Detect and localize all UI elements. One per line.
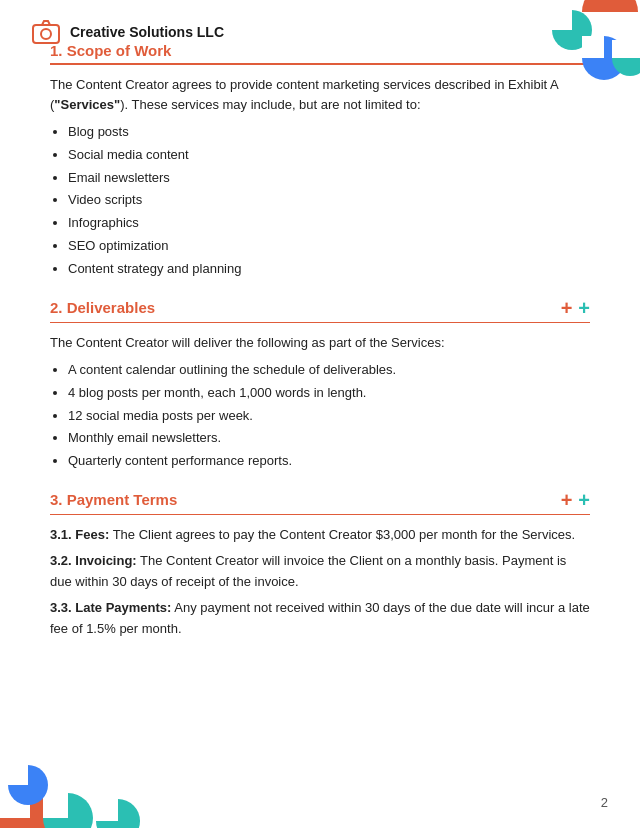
list-item: Monthly email newsletters. [68, 428, 590, 449]
svg-rect-15 [8, 765, 28, 785]
svg-rect-3 [552, 10, 572, 30]
list-item: Infographics [68, 213, 590, 234]
payment-subsection-2: 3.2. Invoicing: The Content Creator will… [50, 551, 590, 593]
bottom-left-decoration [0, 733, 170, 828]
section-payment-plus-icons: + + [561, 490, 590, 510]
list-item: Video scripts [68, 190, 590, 211]
company-name: Creative Solutions LLC [70, 24, 224, 40]
page: Creative Solutions LLC 1. + + 1. Scope o… [0, 0, 640, 828]
list-item: 4 blog posts per month, each 1,000 words… [68, 383, 590, 404]
payment-subsection-3: 3.3. Late Payments: Any payment not rece… [50, 598, 590, 640]
payment-text-1: The Client agrees to pay the Content Cre… [109, 527, 575, 542]
list-item: SEO optimization [68, 236, 590, 257]
deliverables-list: A content calendar outlining the schedul… [50, 360, 590, 472]
list-item: Content strategy and planning [68, 259, 590, 280]
section-deliverables-plus-icons: + + [561, 298, 590, 318]
scope-bold-services: "Services" [54, 97, 120, 112]
section-payment-divider [50, 514, 590, 516]
plus-teal-icon-2: + [578, 298, 590, 318]
list-item: Email newsletters [68, 168, 590, 189]
content-area: 1. + + 1. Scope of Work The Content Crea… [0, 56, 640, 665]
svg-point-9 [41, 29, 51, 39]
section-deliverables: 2. Deliverables + + The Content Creator … [50, 298, 590, 472]
section-deliverables-header: 2. Deliverables + + [50, 298, 590, 318]
plus-teal-icon-3: + [578, 490, 590, 510]
svg-rect-13 [43, 793, 68, 818]
list-item: 12 social media posts per week. [68, 406, 590, 427]
plus-red-icon-3: + [561, 490, 573, 510]
svg-rect-8 [33, 25, 59, 43]
svg-rect-17 [96, 799, 118, 821]
section-deliverables-title: 2. Deliverables [50, 299, 155, 316]
page-number: 2 [601, 795, 608, 810]
scope-list: Blog posts Social media content Email ne… [50, 122, 590, 280]
scope-intro-text: The Content Creator agrees to provide co… [50, 77, 558, 113]
list-item: Social media content [68, 145, 590, 166]
section-payment: 3. Payment Terms + + 3.1. Fees: The Clie… [50, 490, 590, 639]
payment-subsection-1: 3.1. Fees: The Client agrees to pay the … [50, 525, 590, 546]
payment-label-3: 3.3. Late Payments: [50, 600, 171, 615]
deliverables-intro-text: The Content Creator will deliver the fol… [50, 335, 445, 350]
plus-red-icon-2: + [561, 298, 573, 318]
section-payment-header: 3. Payment Terms + + [50, 490, 590, 510]
list-item: Blog posts [68, 122, 590, 143]
section-scope-full-title: 1. Scope of Work [50, 42, 171, 59]
section-payment-title: 3. Payment Terms [50, 491, 177, 508]
top-right-decoration [500, 0, 640, 90]
payment-label-2: 3.2. Invoicing: [50, 553, 137, 568]
section-scope-body: The Content Creator agrees to provide co… [50, 75, 590, 280]
list-item: A content calendar outlining the schedul… [68, 360, 590, 381]
section-payment-body: 3.1. Fees: The Client agrees to pay the … [50, 525, 590, 639]
payment-label-1: 3.1. Fees: [50, 527, 109, 542]
section-deliverables-body: The Content Creator will deliver the fol… [50, 333, 590, 472]
list-item: Quarterly content performance reports. [68, 451, 590, 472]
svg-rect-5 [582, 36, 604, 58]
section-deliverables-divider [50, 322, 590, 324]
svg-rect-7 [612, 40, 640, 58]
